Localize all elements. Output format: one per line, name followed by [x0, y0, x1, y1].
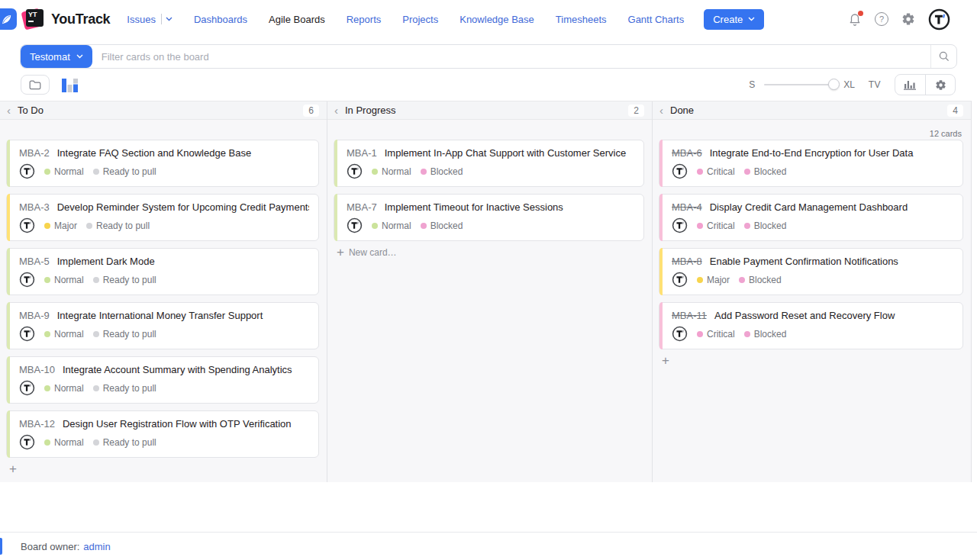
issue-card[interactable]: MBA-10 Integrate Account Summary with Sp…	[6, 356, 319, 404]
card-id[interactable]: MBA-5	[19, 256, 50, 267]
priority-dot	[697, 277, 703, 283]
agile-board: ‹ To Do 6 MBA-2 Integrate FAQ Section an…	[0, 101, 972, 482]
issue-card[interactable]: MBA-12 Design User Registration Flow wit…	[6, 410, 319, 458]
assignee-avatar[interactable]	[19, 272, 35, 288]
priority-color-strip	[334, 140, 337, 187]
card-id[interactable]: MBA-11	[672, 310, 707, 321]
issue-card[interactable]: MBA-5 Implement Dark Mode Normal Ready t…	[6, 248, 319, 295]
settings-gear-icon[interactable]	[901, 12, 915, 26]
card-priority: Normal	[54, 166, 84, 177]
column-to-do: ‹ To Do 6 MBA-2 Integrate FAQ Section an…	[0, 101, 327, 482]
board-owner-link[interactable]: admin	[83, 541, 110, 552]
chevron-down-icon	[748, 17, 755, 21]
nav-item-gantt-charts[interactable]: Gantt Charts	[628, 14, 685, 25]
nav-item-projects[interactable]: Projects	[402, 14, 438, 25]
priority-color-strip	[7, 194, 10, 241]
board-settings-button[interactable]	[925, 75, 955, 95]
assignee-avatar[interactable]	[19, 380, 35, 396]
filter-bar: Testomat	[20, 44, 957, 69]
plus-icon: +	[9, 464, 17, 475]
state-dot	[739, 277, 745, 283]
card-size-slider[interactable]	[764, 84, 834, 85]
card-title: Enable Payment Confirmation Notification…	[710, 256, 898, 267]
card-state: Ready to pull	[96, 220, 150, 231]
issue-card[interactable]: MBA-7 Implement Timeout for Inactive Ses…	[334, 194, 644, 241]
board-chart-button[interactable]	[895, 75, 925, 95]
card-id[interactable]: MBA-6	[672, 147, 702, 159]
nav-item-label: Timesheets	[556, 14, 607, 25]
assignee-avatar[interactable]	[19, 326, 35, 342]
priority-dot	[697, 223, 703, 229]
card-state: Ready to pull	[103, 329, 156, 340]
sidebar-toggle-button[interactable]	[0, 8, 17, 30]
create-button[interactable]: Create	[704, 9, 764, 30]
search-icon[interactable]	[930, 45, 956, 68]
card-id[interactable]: MBA-4	[672, 201, 702, 213]
issue-card[interactable]: MBA-6 Integrate End-to-End Encryption fo…	[659, 140, 963, 187]
new-card-button[interactable]: +	[9, 464, 324, 475]
assignee-avatar[interactable]	[347, 217, 363, 233]
user-avatar[interactable]	[928, 8, 950, 31]
collapse-column-icon[interactable]: ‹	[659, 105, 663, 116]
collapse-column-icon[interactable]: ‹	[334, 105, 338, 116]
card-priority: Normal	[54, 383, 84, 394]
nav-item-reports[interactable]: Reports	[347, 14, 382, 25]
nav-item-knowledge-base[interactable]: Knowledge Base	[459, 14, 534, 25]
help-icon[interactable]: ?	[875, 12, 888, 26]
nav-item-timesheets[interactable]: Timesheets	[556, 14, 607, 25]
assignee-avatar[interactable]	[672, 272, 688, 288]
backlog-folder-button[interactable]	[21, 75, 50, 95]
issue-card[interactable]: MBA-2 Integrate FAQ Section and Knowledg…	[6, 140, 319, 187]
card-title: Integrate FAQ Section and Knowledge Base	[57, 147, 251, 159]
assignee-avatar[interactable]	[347, 163, 363, 179]
column-count-badge: 6	[303, 105, 319, 117]
nav-item-label: Reports	[347, 14, 382, 25]
column-header[interactable]: ‹ In Progress 2	[327, 101, 652, 120]
assignee-avatar[interactable]	[19, 163, 35, 179]
card-state: Blocked	[749, 275, 782, 285]
issue-card[interactable]: MBA-3 Develop Reminder System for Upcomi…	[6, 194, 319, 241]
new-card-button[interactable]: + New card…	[337, 247, 649, 258]
assignee-avatar[interactable]	[672, 326, 688, 342]
nav-item-dashboards[interactable]: Dashboards	[194, 14, 247, 25]
state-dot	[93, 385, 99, 391]
assignee-avatar[interactable]	[19, 434, 35, 450]
card-id[interactable]: MBA-10	[19, 364, 55, 375]
notifications-bell-icon[interactable]	[848, 12, 862, 26]
new-card-button[interactable]: +	[662, 356, 968, 366]
issue-card[interactable]: MBA-1 Implement In-App Chat Support with…	[334, 140, 644, 187]
card-id[interactable]: MBA-2	[19, 147, 50, 159]
nav-item-issues[interactable]: Issues	[127, 14, 173, 25]
column-header[interactable]: ‹ To Do 6	[0, 101, 327, 120]
header-actions: ?	[848, 8, 950, 31]
card-state: Ready to pull	[103, 383, 156, 394]
card-id[interactable]: MBA-3	[19, 201, 50, 213]
assignee-avatar[interactable]	[19, 217, 35, 233]
card-state: Ready to pull	[103, 437, 156, 448]
issue-card[interactable]: MBA-8 Enable Payment Confirmation Notifi…	[659, 248, 963, 295]
nav-item-label: Knowledge Base	[459, 14, 534, 25]
priority-color-strip	[659, 194, 663, 241]
tv-mode-button[interactable]: TV	[869, 79, 881, 90]
column-done: ‹ Done 4 MBA-6 Integrate End-to-End Encr…	[653, 101, 971, 482]
issue-card[interactable]: MBA-11 Add Password Reset and Recovery F…	[659, 302, 963, 349]
nav-item-agile-boards[interactable]: Agile Boards	[269, 14, 325, 25]
collapse-column-icon[interactable]: ‹	[7, 105, 11, 116]
chart-view-toggle[interactable]	[62, 77, 79, 92]
card-id[interactable]: MBA-12	[19, 418, 55, 430]
card-id[interactable]: MBA-7	[347, 201, 377, 213]
card-id[interactable]: MBA-8	[672, 256, 702, 267]
card-id[interactable]: MBA-1	[347, 147, 377, 159]
assignee-avatar[interactable]	[672, 217, 688, 233]
issue-card[interactable]: MBA-4 Display Credit Card Management Das…	[659, 194, 963, 241]
issue-card[interactable]: MBA-9 Integrate International Money Tran…	[6, 302, 319, 349]
column-header[interactable]: ‹ Done 4	[653, 101, 971, 120]
card-title: Integrate End-to-End Encryption for User…	[710, 147, 914, 159]
card-id[interactable]: MBA-9	[19, 310, 50, 321]
assignee-avatar[interactable]	[672, 163, 688, 179]
slider-handle[interactable]	[828, 79, 840, 90]
priority-color-strip	[659, 140, 663, 187]
board-selector-button[interactable]: Testomat	[21, 45, 92, 68]
gear-icon	[935, 79, 946, 91]
filter-cards-input[interactable]	[92, 45, 930, 68]
